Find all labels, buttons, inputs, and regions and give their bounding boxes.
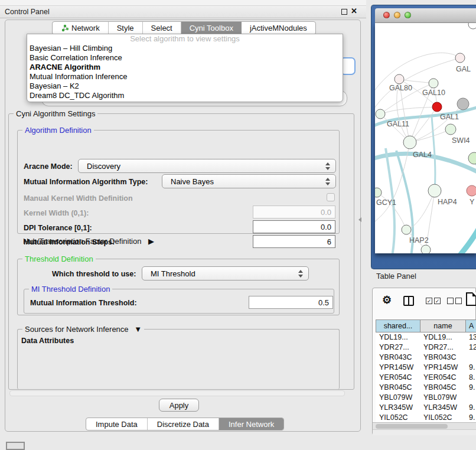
unchecked-checkbox-icon[interactable] — [455, 298, 462, 304]
unchecked-checkbox-icon[interactable] — [447, 298, 454, 304]
tab-jactive-label: jActiveMNodules — [250, 24, 307, 32]
combo-arrows-icon — [325, 178, 330, 185]
mi-type-label: Mutual Information Algorithm Type: — [24, 178, 148, 186]
table-toolbar: ⚙ ✓ ✓ — [373, 288, 475, 315]
checked-checkbox-icon[interactable]: ✓ — [426, 298, 432, 304]
tab-select[interactable]: Select — [143, 22, 181, 34]
table-row[interactable]: YIL052CYIL052C9. — [376, 413, 476, 422]
mi-threshold-field[interactable]: 0.5 — [249, 296, 333, 309]
column-header-name[interactable]: name — [420, 319, 465, 332]
tab-style-label: Style — [117, 24, 134, 32]
file-icon[interactable] — [466, 292, 476, 306]
which-threshold-label: Which threshold to use: — [52, 270, 136, 278]
table-row[interactable]: YBR043CYBR043C — [376, 353, 476, 363]
algorithm-definition-title: Algorithm Definition — [22, 126, 94, 135]
table-panel-footer — [373, 429, 476, 435]
expand-right-icon: ▶ — [148, 237, 154, 246]
tab-jactivemnodules[interactable]: jActiveMNodules — [242, 22, 315, 34]
apply-button[interactable]: Apply — [159, 399, 199, 412]
tab-cyni-toolbox[interactable]: Cyni Toolbox — [181, 22, 242, 34]
kernel-width-label: Kernel Width (0,1): — [24, 209, 89, 217]
manual-kernel-label: Manual Kernel Width Definition — [24, 194, 133, 203]
algorithm-option[interactable]: Dream8 DC_TDC Algorithm — [27, 91, 343, 100]
splitter-collapse-icon[interactable] — [358, 217, 361, 222]
network-window-titlebar[interactable] — [375, 8, 476, 23]
sources-title-text: Sources for Network Inference — [25, 325, 129, 334]
algorithm-option-selected[interactable]: ARACNE Algorithm — [27, 63, 343, 72]
aracne-mode-value: Discovery — [87, 162, 120, 171]
kernel-width-field[interactable]: 0.0 — [253, 206, 335, 219]
algorithm-option[interactable]: Mutual Information Inference — [27, 72, 343, 81]
mi-type-combo[interactable]: Naive Bayes — [162, 174, 336, 188]
tab-discretize-data[interactable]: Discretize Data — [148, 418, 219, 430]
close-icon[interactable]: ✕ — [351, 6, 357, 15]
tab-impute-data[interactable]: Impute Data — [86, 418, 148, 430]
tab-infer-network[interactable]: Infer Network — [219, 418, 283, 430]
table-row[interactable]: YDL19...YDL19...13 — [376, 332, 476, 343]
cyni-algorithm-settings-group: Cyni Algorithm Settings Algorithm Defini… — [8, 113, 354, 390]
table-row[interactable]: YBL079WYBL079W — [376, 393, 476, 403]
dpi-tolerance-field[interactable]: 0.0 — [253, 220, 335, 233]
table-horizontal-scrollbar[interactable] — [373, 422, 476, 429]
combo-arrows-icon — [325, 162, 330, 170]
node-label: HAP4 — [438, 198, 457, 206]
minimize-traffic-light[interactable] — [394, 12, 400, 18]
node-label: Y — [470, 198, 475, 206]
algorithm-select-popup: Select algorithm to view settings Bayesi… — [27, 34, 343, 102]
float-window-icon[interactable] — [341, 9, 347, 15]
network-canvas[interactable]: GAL GAL80 GAL10 GAL1 GAL11 SWI4 GAL4 GCY… — [375, 23, 476, 253]
threshold-definition-title: Threshold Definition — [22, 255, 96, 263]
node-label: GAL4 — [413, 151, 432, 159]
mi-type-value: Naive Bayes — [171, 177, 214, 186]
algorithm-option[interactable]: Bayesian – K2 — [27, 81, 343, 91]
zoom-traffic-light[interactable] — [405, 12, 411, 18]
table-header-row: shared... name A — [376, 319, 476, 332]
table-row[interactable]: YER054CYER054C8. — [376, 373, 476, 383]
gear-icon[interactable]: ⚙ — [382, 294, 392, 306]
algorithm-option[interactable]: Bayesian – Hill Climbing — [27, 44, 343, 53]
dpi-tolerance-label: DPI Tolerance [0,1]: — [24, 224, 92, 232]
table-panel: ⚙ ✓ ✓ shared... name A YDL19...YDL19...1… — [372, 288, 476, 435]
settings-group-title: Cyni Algorithm Settings — [14, 109, 97, 118]
manual-kernel-checkbox[interactable] — [327, 193, 335, 201]
tab-style[interactable]: Style — [109, 22, 143, 34]
which-threshold-combo[interactable]: MI Threshold — [142, 266, 309, 281]
hub-definition-expander[interactable]: Hub/Transcription Factor Definition ▶ — [23, 237, 154, 246]
columns-icon[interactable] — [403, 296, 414, 306]
collapse-down-icon[interactable]: ▼ — [134, 325, 142, 334]
settings-bottom-track — [9, 390, 345, 396]
column-header-truncated[interactable]: A — [465, 319, 476, 332]
sources-group: Sources for Network Inference ▼ Data Att… — [17, 329, 340, 389]
popup-placeholder: Select algorithm to view settings — [27, 34, 343, 44]
hub-definition-label: Hub/Transcription Factor Definition — [23, 237, 141, 246]
table-row[interactable]: YLR345WYLR345W9. — [376, 403, 476, 413]
control-panel-titlebar: Control Panel ✕ — [0, 6, 366, 18]
bottom-corner-widget[interactable] — [6, 442, 25, 450]
mi-threshold-label: Mutual Information Threshold: — [30, 299, 137, 307]
table-hscroll-thumb[interactable] — [376, 424, 448, 429]
which-threshold-value: MI Threshold — [151, 269, 195, 278]
checked-checkbox-icon[interactable]: ✓ — [434, 298, 441, 304]
node-label: GAL80 — [389, 84, 412, 92]
algorithm-option[interactable]: Basic Correlation Inference — [27, 53, 343, 63]
aracne-mode-combo[interactable]: Discovery — [78, 159, 336, 173]
node-label: SWI4 — [452, 136, 470, 145]
mi-threshold-group: MI Threshold Definition Mutual Informati… — [24, 289, 334, 314]
tab-network[interactable]: Network — [53, 22, 109, 34]
close-traffic-light[interactable] — [383, 12, 390, 18]
table-row[interactable]: YBR045CYBR045C9. — [376, 383, 476, 393]
column-header-shared-name[interactable]: shared... — [376, 319, 420, 332]
mi-steps-field[interactable]: 6 — [253, 235, 335, 248]
sources-group-title: Sources for Network Inference ▼ — [22, 325, 144, 334]
tab-discretize-label: Discretize Data — [157, 420, 209, 429]
table-row[interactable]: YDR27...YDR27...12 — [376, 343, 476, 353]
tab-impute-label: Impute Data — [96, 420, 138, 429]
node-label: GAL1 — [440, 113, 459, 121]
top-edge-strip — [0, 0, 366, 6]
network-window[interactable]: GAL GAL80 GAL10 GAL1 GAL11 SWI4 GAL4 GCY… — [371, 5, 476, 269]
table-row[interactable]: YPR145WYPR145W9. — [376, 363, 476, 373]
node-label: GAL — [456, 65, 471, 73]
node-label: GAL10 — [422, 89, 445, 97]
control-panel-tabbar: Network Style Select Cyni Toolbox jActiv… — [52, 21, 316, 35]
bottom-tabbar: Impute Data Discretize Data Infer Networ… — [86, 418, 284, 431]
